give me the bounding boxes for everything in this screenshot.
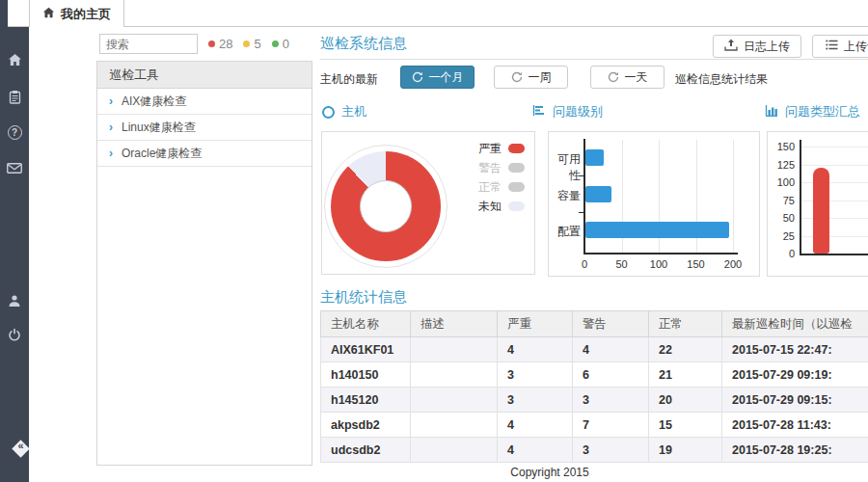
cell-normal: 21 (649, 362, 722, 388)
hosts-donut-panel: 严重 警告 正常 未知 (321, 131, 535, 275)
legend-item-warning[interactable]: 警告 (478, 158, 525, 177)
bar-config[interactable] (585, 222, 729, 238)
search-input[interactable] (99, 34, 198, 54)
legend-label: 正常 (478, 179, 502, 196)
refresh-icon (608, 71, 619, 83)
upload-log-label: 日志上传 (744, 39, 790, 55)
question-mark: ? (8, 125, 22, 140)
range-month-button[interactable]: 一个月 (400, 66, 475, 89)
help-icon[interactable]: ? (0, 122, 29, 142)
status-badges: 28 5 0 (208, 36, 289, 51)
tab-bar: 我的主页 (8, 0, 868, 27)
range-week-label: 一周 (529, 69, 552, 86)
tool-item-oracle[interactable]: ›Oracle健康检查 (97, 141, 312, 167)
cell-host: h140150 (321, 362, 411, 388)
sidebar-collapse-toggle[interactable]: « (14, 442, 28, 456)
issue-level-bar-panel: 可用性 容量 配置 050100150200 (548, 131, 760, 277)
table-row[interactable]: AIX61KF01 4 4 22 2015-07-15 22:47: (321, 337, 868, 362)
col-critical[interactable]: 严重 (498, 311, 573, 337)
cell-warning: 6 (573, 362, 649, 388)
legend-marker (508, 201, 525, 211)
legend-label: 警告 (478, 160, 502, 176)
cell-time: 2015-07-29 09:19: (722, 362, 868, 388)
cell-time: 2015-07-15 22:47: (722, 337, 868, 362)
col-normal[interactable]: 正常 (649, 311, 722, 337)
cell-host: AIX61KF01 (321, 337, 411, 362)
green-dot-icon (272, 40, 279, 47)
ok-count: 0 (283, 37, 289, 51)
cell-time: 2015-07-28 19:25: (722, 438, 868, 463)
table-title: 主机统计信息 (320, 288, 407, 307)
range-week-button[interactable]: 一周 (494, 66, 568, 89)
cell-normal: 15 (649, 413, 722, 438)
table-row[interactable]: akpsdb2 4 7 15 2015-07-28 11:43: (321, 413, 868, 438)
home-icon[interactable] (0, 50, 29, 69)
bar-capacity[interactable] (585, 186, 611, 202)
double-chevron-left-icon: « (14, 440, 28, 451)
legend-item-unknown[interactable]: 未知 (478, 197, 525, 216)
donut-hole (360, 180, 412, 232)
cell-host: akpsdb2 (321, 413, 411, 438)
cell-warning: 3 (573, 438, 649, 463)
table-row[interactable]: h140150 3 6 21 2015-07-29 09:19: (321, 362, 868, 388)
cell-time: 2015-07-29 09:15: (722, 388, 868, 413)
cell-warning: 3 (573, 388, 649, 413)
upload-records-button[interactable]: 上传记录 (812, 35, 868, 58)
clipboard-icon[interactable] (0, 87, 29, 106)
cell-critical: 4 (498, 337, 573, 362)
page-title: 巡检系统信息 (320, 35, 407, 53)
col-warning[interactable]: 警告 (573, 311, 649, 337)
x-axis-line (800, 254, 868, 255)
list-icon (826, 40, 838, 53)
cell-host: h145120 (321, 388, 411, 413)
tool-item-aix[interactable]: ›AIX健康检查 (97, 89, 312, 115)
table-row[interactable]: h145120 3 3 20 2015-07-29 09:15: (321, 388, 868, 413)
tool-item-label: Oracle健康检查 (122, 147, 202, 160)
red-dot-icon (208, 40, 215, 47)
critical-count-badge: 28 (208, 37, 232, 51)
axis-tick (579, 212, 583, 213)
legend-item-critical[interactable]: 严重 (478, 139, 525, 158)
filter-prefix-label: 主机的最新 (320, 71, 378, 88)
category-label-availability: 可用性 (549, 151, 581, 184)
bar-availability[interactable] (585, 149, 604, 166)
refresh-icon (511, 71, 523, 83)
tab-my-homepage[interactable]: 我的主页 (29, 0, 124, 27)
range-month-label: 一个月 (429, 69, 464, 86)
chevron-right-icon: › (109, 147, 113, 160)
axis-tick (579, 175, 583, 176)
tab-home-icon (42, 1, 55, 27)
table-row[interactable]: udcsdb2 4 3 19 2015-07-28 19:25: (321, 438, 868, 463)
filter-suffix-label: 巡检信息统计结果 (675, 71, 768, 88)
legend-item-normal[interactable]: 正常 (478, 177, 525, 197)
col-desc[interactable]: 描述 (411, 311, 498, 337)
bar-issue-type[interactable] (813, 168, 829, 254)
legend-label: 严重 (478, 141, 502, 157)
cell-host: udcsdb2 (321, 438, 411, 463)
legend-marker (508, 182, 525, 192)
tool-item-label: AIX健康检查 (122, 94, 186, 108)
cell-desc (411, 337, 498, 362)
mail-icon[interactable] (0, 158, 29, 177)
col-last-time[interactable]: 最新巡检时间（以巡检 (722, 311, 868, 337)
cell-normal: 22 (649, 337, 722, 362)
upload-log-button[interactable]: 日志上传 (713, 35, 801, 58)
divider (320, 59, 868, 60)
range-day-button[interactable]: 一天 (590, 66, 665, 89)
upload-icon (724, 39, 738, 54)
chevron-right-icon: › (109, 120, 113, 134)
tool-item-label: Linux健康检查 (122, 120, 196, 134)
issue-type-section-header: 问题类型汇总 (765, 103, 860, 120)
col-host[interactable]: 主机名称 (321, 311, 411, 337)
cell-warning: 4 (573, 337, 649, 362)
issue-level-section-header: 问题级别 (532, 103, 603, 120)
issue-type-bar-panel: 0255075100125150 (767, 131, 868, 277)
power-icon[interactable] (0, 325, 29, 344)
hbar-chart-icon (532, 104, 546, 120)
cell-critical: 3 (498, 362, 573, 388)
cell-normal: 19 (649, 438, 722, 463)
vbar-chart-icon (765, 104, 778, 120)
tool-item-linux[interactable]: ›Linux健康检查 (97, 115, 312, 141)
cell-desc (411, 362, 498, 388)
user-icon[interactable] (0, 291, 29, 310)
